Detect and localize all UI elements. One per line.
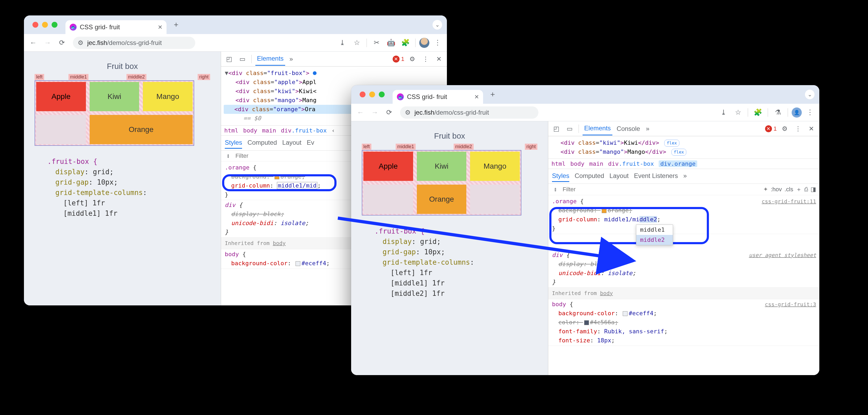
reload-button[interactable]: ⟳ — [56, 37, 68, 49]
inherited-from-label: Inherited from body — [548, 288, 819, 299]
tab-elements[interactable]: Elements — [255, 52, 285, 66]
install-button[interactable]: ⤓ — [336, 37, 348, 49]
subtab-layout[interactable]: Layout — [282, 137, 301, 149]
menu-button[interactable]: ⋮ — [432, 37, 444, 49]
new-tab-button[interactable]: + — [170, 19, 182, 31]
autocomplete-option[interactable]: middle1 — [636, 225, 673, 235]
profile-avatar[interactable] — [419, 38, 429, 48]
filter-input[interactable] — [562, 186, 761, 193]
autocomplete-option-selected[interactable]: middle2 — [636, 235, 673, 245]
window-controls — [32, 22, 58, 28]
subtab-events[interactable]: Event Listeners — [634, 170, 678, 182]
browser-tab[interactable]: 🐟 CSS grid- fruit × — [65, 20, 166, 34]
minimize-window-button[interactable] — [42, 22, 48, 28]
back-button[interactable]: ← — [354, 106, 367, 119]
site-settings-icon[interactable]: ⚙ — [78, 39, 84, 46]
forward-button[interactable]: → — [41, 37, 54, 49]
tab-overflow-button[interactable]: ⌄ — [805, 90, 814, 99]
cell-kiwi: Kiwi — [417, 152, 467, 181]
tab-more[interactable]: » — [288, 53, 294, 65]
error-counter[interactable]: ✕1 — [393, 56, 404, 63]
rule-body[interactable]: css-grid-fruit:3 body { background-color… — [548, 299, 819, 346]
bookmark-button[interactable]: ☆ — [351, 37, 363, 49]
dom-tree[interactable]: <div class="kiwi">Kiwi</div> flex <div c… — [548, 136, 819, 159]
subtab-computed[interactable]: Computed — [575, 170, 604, 182]
close-tab-button[interactable]: × — [474, 93, 479, 101]
subtab-computed[interactable]: Computed — [247, 137, 277, 149]
autocomplete-popup[interactable]: middle1 middle2 — [636, 225, 673, 245]
extensions-button[interactable]: 🧩 — [399, 37, 411, 49]
toolbar: ← → ⟳ ⚙ jec.fish/demo/css-grid-fruit ⤓ ☆… — [24, 34, 447, 52]
rule-orange[interactable]: css-grid-fruit:11 .orange { background: … — [548, 196, 819, 234]
close-tab-button[interactable]: × — [158, 23, 162, 31]
toolbar: ← → ⟳ ⚙ jec.fish/demo/css-grid-fruit ⤓ ☆… — [351, 104, 819, 121]
extension-scissors-icon[interactable]: ✂ — [371, 37, 383, 49]
cell-empty — [363, 185, 413, 214]
error-counter[interactable]: ✕1 — [765, 125, 777, 132]
new-tab-button[interactable]: + — [487, 89, 498, 100]
grid-wrapper: left middle1 middle2 right Apple Kiwi Ma… — [362, 143, 537, 216]
device-toggle-icon[interactable]: ▭ — [237, 54, 248, 64]
menu-button[interactable]: ⋮ — [804, 106, 816, 119]
fullscreen-window-button[interactable] — [379, 92, 385, 97]
extensions-button[interactable]: 🧩 — [752, 106, 764, 119]
cell-orange: Orange — [417, 185, 467, 214]
styles-pane[interactable]: css-grid-fruit:11 .orange { background: … — [548, 195, 819, 375]
bookmark-button[interactable]: ☆ — [732, 106, 744, 119]
tab-more[interactable]: » — [644, 122, 651, 135]
computed-toggle-icon[interactable]: ⎙ — [804, 186, 808, 193]
tab-elements[interactable]: Elements — [583, 122, 612, 135]
source-link[interactable]: css-grid-fruit:11 — [762, 197, 816, 205]
inspect-icon[interactable]: ◰ — [551, 123, 562, 134]
install-button[interactable]: ⤓ — [717, 106, 730, 119]
subtab-more[interactable]: » — [683, 170, 687, 182]
device-toggle-icon[interactable]: ▭ — [564, 123, 575, 134]
grid-column-value-input[interactable]: middle1/mid — [277, 182, 317, 189]
kebab-icon[interactable]: ⋮ — [420, 54, 431, 64]
source-link[interactable]: css-grid-fruit:3 — [765, 300, 816, 309]
address-bar[interactable]: ⚙ jec.fish/demo/css-grid-fruit — [400, 106, 538, 119]
hov-toggle[interactable]: :hov — [771, 186, 782, 193]
browser-tab[interactable]: 🐟 CSS grid- fruit × — [393, 90, 483, 104]
tab-overflow-button[interactable]: ⌄ — [433, 20, 442, 30]
rule-div-ua[interactable]: user agent stylesheet div { display: blo… — [548, 250, 819, 288]
rendered-page: Fruit box left middle1 middle2 right App… — [24, 52, 221, 306]
close-devtools-button[interactable]: ✕ — [434, 54, 444, 64]
forward-button[interactable]: → — [369, 106, 381, 119]
settings-icon[interactable]: ⚙ — [407, 54, 417, 64]
settings-icon[interactable]: ⚙ — [779, 123, 790, 134]
kebab-icon[interactable]: ⋮ — [793, 123, 803, 134]
grid-label-middle1: middle1 — [396, 143, 415, 150]
breadcrumb-trail[interactable]: html body main div.fruit-box div.orange — [548, 159, 819, 169]
content-area: Fruit box left middle1 middle2 right App… — [351, 121, 819, 375]
toolbar-divider — [367, 39, 367, 47]
subtab-layout[interactable]: Layout — [610, 170, 628, 182]
close-window-button[interactable] — [32, 22, 38, 28]
grid-label-middle2: middle2 — [454, 143, 473, 150]
fullscreen-window-button[interactable] — [52, 22, 58, 28]
profile-avatar[interactable]: 👤 — [792, 107, 802, 118]
cls-toggle[interactable]: .cls — [784, 186, 793, 193]
labs-icon[interactable]: ⚗ — [772, 106, 784, 119]
address-bar[interactable]: ⚙ jec.fish/demo/css-grid-fruit — [73, 37, 195, 49]
minimize-window-button[interactable] — [369, 92, 375, 97]
site-settings-icon[interactable]: ⚙ — [405, 109, 411, 116]
subtab-styles[interactable]: Styles — [552, 170, 569, 182]
subtab-more[interactable]: Ev — [307, 137, 314, 149]
reload-button[interactable]: ⟳ — [383, 106, 395, 119]
inspect-icon[interactable]: ◰ — [224, 54, 235, 64]
tab-console[interactable]: Console — [615, 122, 642, 135]
sidebar-toggle-icon[interactable]: ◨ — [810, 186, 816, 193]
cell-mango: Mango — [143, 82, 193, 111]
subtab-styles[interactable]: Styles — [225, 137, 242, 149]
rendered-page: Fruit box left middle1 middle2 right App… — [351, 121, 548, 375]
close-window-button[interactable] — [360, 92, 366, 97]
extension-robot-icon[interactable]: 🤖 — [385, 37, 397, 49]
fruit-grid: Apple Kiwi Mango Orange — [362, 150, 521, 216]
ai-sparkle-icon[interactable]: ✦ — [763, 186, 768, 193]
grid-wrapper: left middle1 middle2 right Apple Kiwi Ma… — [35, 74, 210, 146]
new-rule-button[interactable]: ＋ — [796, 185, 802, 193]
back-button[interactable]: ← — [27, 37, 39, 49]
close-devtools-button[interactable]: ✕ — [806, 123, 817, 134]
tab-strip: 🐟 CSS grid- fruit × + ⌄ — [24, 15, 447, 34]
